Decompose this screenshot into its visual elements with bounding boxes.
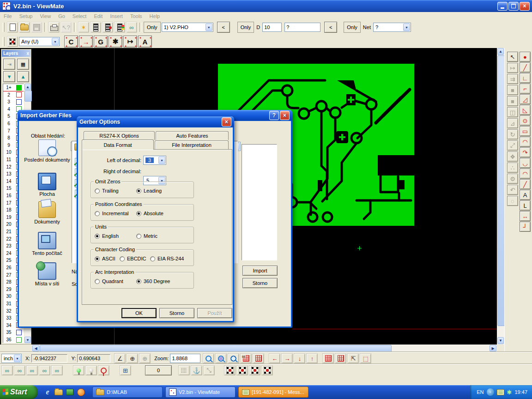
dcode-filter-icon[interactable]	[7, 36, 18, 47]
ok-button[interactable]: OK	[121, 308, 157, 318]
horizontal-scroll-thumb[interactable]	[40, 345, 392, 352]
tray-notes-icon[interactable]	[497, 389, 504, 395]
unit-combo[interactable]: inch▼	[1, 354, 22, 363]
layer-row-3[interactable]: 3	[3, 98, 24, 105]
radio-option-incremental[interactable]: Incremental	[95, 211, 128, 216]
close-icon[interactable]: x	[26, 51, 29, 56]
dcode-draw-button[interactable]: →	[79, 36, 93, 48]
scroll-up-icon[interactable]: ▲	[24, 84, 31, 90]
radio-icon[interactable]	[95, 234, 100, 239]
layer-setup-button[interactable]: ▦	[17, 59, 29, 70]
taskbar-task--191-482-091-mess-[interactable]: [191-482-091] - Mess...	[238, 387, 308, 398]
layer-color-swatch[interactable]	[16, 330, 22, 335]
radio-option-quadrant[interactable]: Quadrant	[95, 278, 123, 284]
menu-setup[interactable]: Setup	[16, 13, 36, 19]
film-target-button[interactable]	[102, 22, 113, 33]
radio-option-360-degree[interactable]: 360 Degree	[136, 278, 170, 284]
settings-gear-button[interactable]: ⚙	[507, 174, 518, 184]
apply-button[interactable]: Použít	[197, 308, 232, 318]
radio-option-absolute[interactable]: Absolute	[136, 211, 163, 216]
draw-arc-button[interactable]: ◠	[520, 137, 531, 147]
zoom-in-button[interactable]	[203, 353, 214, 363]
zoom-window-button[interactable]	[228, 353, 239, 363]
layer-color-swatch[interactable]	[16, 92, 22, 97]
layer-color-swatch[interactable]	[16, 99, 22, 105]
dots-grid-button[interactable]	[178, 365, 190, 375]
vertical-scrollbar[interactable]: ▲ ▼	[497, 48, 504, 345]
layer-row-35[interactable]: 35	[3, 329, 24, 336]
menu-file[interactable]: File	[0, 13, 16, 19]
view-pads-button[interactable]: ∞	[26, 365, 38, 375]
radio-icon[interactable]	[95, 188, 100, 193]
layer-scroll-thumb[interactable]	[24, 91, 32, 102]
prev-layer-button[interactable]: <	[217, 22, 230, 33]
pan-left-button[interactable]: ←	[269, 353, 280, 363]
only-layer-button[interactable]: Only	[144, 22, 161, 33]
angle-measure-button[interactable]: ∠	[114, 353, 126, 363]
dcode-type-combo[interactable]: Any (U)▼	[19, 37, 60, 46]
radio-icon[interactable]	[136, 188, 141, 193]
dcode-flash-button[interactable]: ✱	[109, 36, 122, 48]
ie-icon[interactable]: e	[43, 388, 52, 396]
draw-arc-point-button[interactable]: ◡	[520, 158, 531, 168]
language-indicator[interactable]: EN	[477, 389, 484, 395]
move-dcode-button[interactable]: ↦	[507, 63, 518, 73]
close-button[interactable]: ×	[520, 2, 530, 11]
select-cursor-button[interactable]: ↖	[507, 52, 518, 62]
tab-auto-features[interactable]: Auto Features	[156, 131, 229, 140]
minimize-button[interactable]	[497, 2, 508, 11]
layer-move-up-button[interactable]: ▲	[17, 71, 29, 82]
pad-dot-button[interactable]	[236, 365, 248, 375]
toolbar-grip[interactable]	[2, 37, 5, 46]
collapse-tray-icon[interactable]: ‹	[487, 388, 494, 396]
place-plocha[interactable]: Plocha	[22, 173, 73, 197]
copy-dcode-button[interactable]: ⇉	[507, 74, 518, 84]
folder-icon[interactable]	[54, 388, 63, 396]
place-tento-po-ta-[interactable]: Tento počítač	[22, 232, 73, 256]
zoom-input[interactable]: 1.8868	[170, 354, 200, 363]
dcode-grid-button[interactable]	[240, 353, 252, 363]
radio-icon[interactable]	[136, 211, 141, 216]
dcode-g-button[interactable]: G	[94, 36, 108, 48]
import-cancel-button[interactable]: Storno	[242, 278, 278, 288]
move-element-button[interactable]: ❖	[507, 151, 518, 162]
rotate-button[interactable]: ↻	[507, 129, 518, 139]
layer-insert-button[interactable]: ⇥	[3, 59, 15, 70]
scroll-left-icon[interactable]: ◀	[32, 345, 39, 351]
tab-rs274x-options[interactable]: RS274-X Options	[84, 131, 155, 140]
flash-mode-button[interactable]	[224, 365, 236, 375]
radio-icon[interactable]	[95, 279, 100, 284]
measure-glasses-button[interactable]: ∞	[126, 22, 137, 33]
draw-arc-chord-button[interactable]: ◠	[520, 169, 531, 179]
restore-button[interactable]	[508, 2, 519, 11]
draw-end-button[interactable]: ┘	[520, 222, 531, 232]
radio-option-eia-rs-244[interactable]: EIA RS-244	[150, 256, 184, 261]
pan-up-button[interactable]: ↑	[306, 353, 318, 363]
menu-select[interactable]: Select	[69, 13, 91, 19]
menu-go[interactable]: Go	[54, 13, 69, 19]
net-combo[interactable]: ?▼	[373, 23, 411, 32]
radio-icon[interactable]	[136, 279, 141, 284]
dcode-c-button[interactable]: C	[64, 36, 78, 48]
tab-file-interpretation[interactable]: File Interpretation	[155, 140, 229, 149]
select-box-button[interactable]: ⬚	[360, 353, 371, 363]
grid-toggle-button[interactable]	[253, 353, 264, 363]
pan-down-button[interactable]: ↓	[294, 353, 305, 363]
chevron-down-icon[interactable]: ▼	[206, 24, 212, 31]
view-sketch-button[interactable]: ∞	[51, 365, 63, 375]
new-file-button[interactable]	[7, 22, 18, 33]
print-button[interactable]	[48, 22, 60, 33]
radio-option-metric[interactable]: Metric	[136, 233, 157, 239]
filled-poly-button[interactable]: ■	[507, 96, 518, 106]
layer-row-36[interactable]: 36	[3, 336, 24, 343]
highlight-off-button[interactable]	[85, 365, 97, 375]
layers-panel-title[interactable]: Layers x	[2, 50, 30, 57]
radio-icon[interactable]	[95, 211, 100, 216]
help-icon[interactable]: ?	[269, 111, 279, 120]
undo-button[interactable]: ↶	[507, 185, 518, 195]
save-file-button[interactable]	[31, 22, 42, 33]
filled-rect-button[interactable]: ■	[507, 85, 518, 95]
only-net-button[interactable]: Only	[344, 22, 361, 33]
context-help-button[interactable]: ↖?	[60, 22, 72, 33]
scale-button[interactable]: ⤢	[507, 140, 518, 151]
